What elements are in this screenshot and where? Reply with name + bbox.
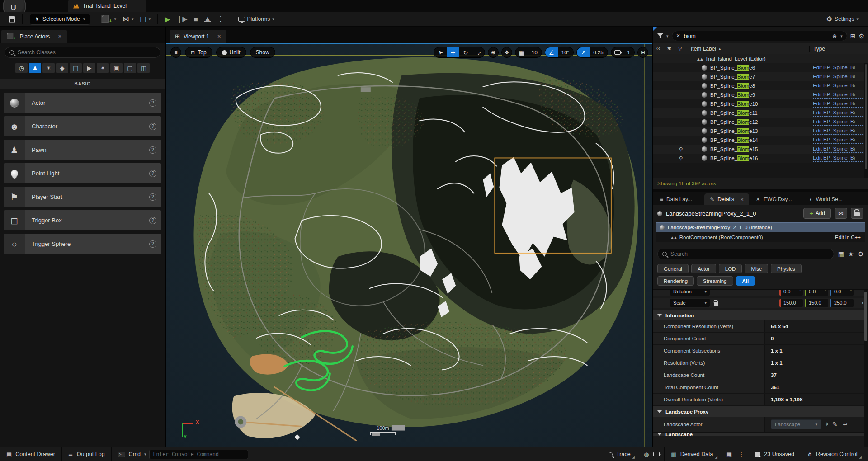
edit-blueprint-link[interactable]: Edit BP_Spline_Bi	[813, 137, 868, 144]
save-button[interactable]	[5, 14, 19, 24]
edit-blueprint-link[interactable]: Edit BP_Spline_Bi	[813, 83, 868, 89]
filter-chip[interactable]: Rendering	[657, 276, 694, 286]
eyedropper-icon[interactable]: ✎	[832, 421, 838, 428]
blueprint-convert-button[interactable]: ⋈	[835, 208, 847, 219]
edit-blueprint-link[interactable]: Edit BP_Spline_Bi	[813, 155, 868, 162]
close-icon[interactable]: ✕	[58, 34, 61, 39]
landscape-proxy-section-header[interactable]: Landscape Proxy	[653, 406, 868, 417]
new-folder-icon[interactable]: ⊞	[850, 33, 856, 40]
rotation-snap-toggle[interactable]: ∠	[545, 47, 558, 57]
cmd-dropdown[interactable]: >_ Cmd ▾	[112, 447, 148, 461]
viewport-options-button[interactable]: ≡	[170, 47, 181, 58]
details-tab[interactable]: ≡ Data Lay...	[655, 193, 703, 205]
outliner-search-input[interactable]	[684, 33, 829, 39]
move-tool[interactable]: ✛	[447, 47, 459, 57]
placeable-actor-row[interactable]: Point Light ?	[4, 163, 161, 183]
viewport-canvas[interactable]: ≡ ⊡ Top Unlit Show ➤	[166, 43, 652, 447]
details-scrollbar[interactable]	[864, 290, 868, 447]
scale-snap-toggle[interactable]: ↗	[577, 47, 590, 57]
favorites-star-icon[interactable]: ★	[848, 250, 854, 258]
camera-speed-value[interactable]: 1	[624, 47, 634, 57]
filter-chip[interactable]: LOD	[719, 264, 742, 273]
view-mode-dropdown[interactable]: Unlit	[216, 47, 246, 58]
category-button[interactable]: ◫	[137, 63, 150, 73]
display-options-icon[interactable]: ▦	[838, 250, 844, 258]
filter-chip[interactable]: Physics	[771, 264, 802, 273]
rotation-y-field[interactable]: 0.0°	[805, 290, 828, 296]
details-tab[interactable]: ☀ EWG Day...	[750, 193, 803, 205]
revision-control-button[interactable]: ⋔ Revision Control ◢	[801, 447, 868, 461]
information-section-header[interactable]: Information	[653, 310, 868, 320]
content-drawer-button[interactable]: ▤ Content Drawer	[0, 447, 61, 461]
scale-lock-icon[interactable]	[714, 302, 718, 306]
lock-details-button[interactable]	[851, 208, 863, 219]
category-button[interactable]: ▤	[70, 63, 82, 73]
rotation-dropdown[interactable]: Rotation▾	[670, 290, 710, 296]
edit-in-cpp-link[interactable]: Edit in C++	[835, 235, 861, 240]
favorite-column-icon[interactable]: ✱	[664, 46, 675, 52]
category-button[interactable]: ▶	[83, 63, 95, 73]
search-classes-input[interactable]	[18, 49, 156, 56]
edit-blueprint-link[interactable]: Edit BP_Spline_Bi	[813, 110, 868, 117]
outliner-row[interactable]: ⚲ BP_Spline_Biome9 Edit BP_Spline_Bi	[653, 90, 868, 99]
place-actors-search[interactable]	[5, 47, 160, 58]
type-column[interactable]: Type	[809, 46, 868, 52]
outliner-root-row[interactable]: ▲▲ Trial_Island_Level (Editor)	[653, 54, 868, 63]
filter-chip[interactable]: Misc	[745, 264, 768, 273]
help-icon[interactable]: ?	[149, 170, 156, 177]
pick-actor-icon[interactable]: ⌖	[825, 420, 829, 428]
edit-blueprint-link[interactable]: Edit BP_Spline_Bi	[813, 119, 868, 126]
filter-icon[interactable]	[657, 33, 663, 38]
category-button[interactable]: ◆	[56, 63, 68, 73]
category-button[interactable]: ☀	[42, 63, 55, 73]
place-actors-tab[interactable]: ⬛+ Place Actors ✕	[1, 30, 67, 43]
rotate-tool[interactable]: ↻	[459, 47, 472, 57]
placeable-actor-row[interactable]: Trigger Box ?	[4, 210, 161, 230]
filter-chip[interactable]: Actor	[691, 264, 716, 273]
filter-chip[interactable]: General	[657, 264, 689, 273]
outliner-row[interactable]: ⚲ BP_Spline_Biome10 Edit BP_Spline_Bi	[653, 99, 868, 108]
chevron-down-icon[interactable]: ▾	[666, 34, 669, 38]
placeable-actor-row[interactable]: Trigger Sphere ?	[4, 234, 161, 254]
details-tab[interactable]: ◐ World Se...	[804, 193, 854, 205]
close-icon[interactable]: ✕	[740, 197, 744, 202]
maximize-viewport-button[interactable]: ⊞	[637, 47, 648, 58]
perspective-dropdown[interactable]: ⊡ Top	[185, 47, 212, 58]
select-tool[interactable]: ➤	[434, 47, 447, 57]
filter-chip[interactable]: Streaming	[697, 276, 733, 286]
play-options-button[interactable]: ⋮	[214, 14, 227, 24]
ddc-status-button[interactable]: ▦	[724, 447, 735, 461]
rotation-snap-value[interactable]: 10°	[558, 47, 573, 57]
blueprints-button[interactable]: ⋈ ▾	[119, 14, 137, 24]
trace-button[interactable]: Trace ◢	[602, 447, 641, 461]
console-command-input[interactable]	[153, 451, 244, 457]
outliner-row[interactable]: ⚲ BP_Spline_Biome7 Edit BP_Spline_Bi	[653, 72, 868, 81]
placeable-actor-row[interactable]: Pawn ?	[4, 140, 161, 160]
console-command-field[interactable]	[149, 450, 248, 459]
edit-blueprint-link[interactable]: Edit BP_Spline_Bi	[813, 146, 868, 153]
help-icon[interactable]: ?	[149, 146, 156, 154]
scale-x-field[interactable]: 150.0	[779, 299, 803, 307]
landscape-actor-dropdown[interactable]: Landscape▾	[771, 419, 821, 429]
category-button[interactable]: ✶	[97, 63, 109, 73]
chevron-down-icon[interactable]: ▾	[840, 34, 843, 38]
category-button[interactable]: ◷	[15, 63, 28, 73]
add-filter-icon[interactable]: ⊕	[832, 33, 837, 39]
selection-mode-dropdown[interactable]: ➤ Selection Mode ▾	[30, 14, 90, 25]
outliner-row[interactable]: ⚲ BP_Spline_Biome12 Edit BP_Spline_Bi	[653, 118, 868, 127]
pin-column-icon[interactable]: ⚲	[675, 46, 685, 52]
outliner-row[interactable]: ⚲ BP_Spline_Biome14 Edit BP_Spline_Bi	[653, 136, 868, 145]
outliner-row[interactable]: ⚲ BP_Spline_Biome6 Edit BP_Spline_Bi	[653, 63, 868, 72]
skip-frame-button[interactable]: ❙▶	[174, 14, 191, 24]
category-button[interactable]: ♟	[29, 63, 41, 73]
outliner-row[interactable]: ⚲ BP_Spline_Biome11 Edit BP_Spline_Bi	[653, 108, 868, 118]
reset-to-default-icon[interactable]: ↩	[841, 421, 849, 428]
add-actor-button[interactable]: ⬛+ ▾	[98, 13, 119, 25]
category-button[interactable]: ▢	[124, 63, 136, 73]
root-component-row[interactable]: ▲▲ RootComponent (RootComponent0) Edit i…	[656, 232, 865, 242]
grid-snap-value[interactable]: 10	[528, 47, 542, 57]
outliner-row[interactable]: ⚲ BP_Spline_Biome8 Edit BP_Spline_Bi	[653, 81, 868, 90]
close-icon[interactable]: ✕	[217, 34, 221, 39]
play-button[interactable]: ▶	[161, 14, 173, 25]
component-instance-row[interactable]: LandscapeStreamingProxy_2_1_0 (Instance)	[656, 222, 865, 232]
